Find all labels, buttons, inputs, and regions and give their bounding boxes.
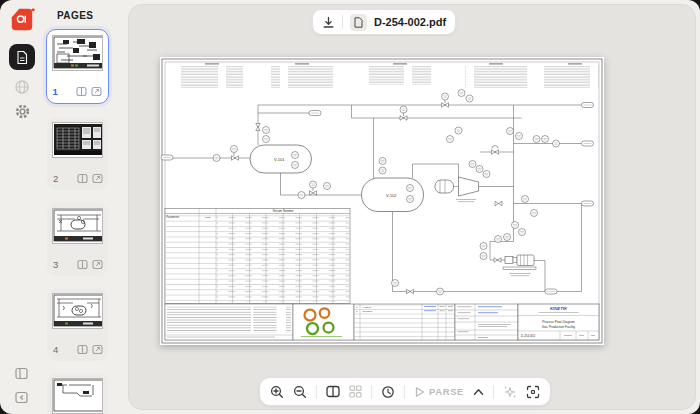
- play-icon: [414, 386, 425, 398]
- app-window: PAGES 1: [0, 0, 700, 414]
- grid-view-icon: [349, 385, 362, 398]
- file-pill: D-254-002.pdf: [312, 9, 456, 35]
- sparkle-icon: [503, 385, 517, 399]
- globe-icon: [14, 79, 30, 95]
- page-layout-icon: [326, 385, 340, 398]
- brand-logo[interactable]: [9, 7, 35, 33]
- stream-table: Stream Number Parameter Units: [165, 209, 350, 304]
- title-block-line1: Process Flow Diagram: [542, 320, 575, 324]
- brand-logo-icon: [9, 7, 35, 33]
- file-name: D-254-002.pdf: [374, 16, 446, 28]
- auto-detect-button[interactable]: [503, 385, 517, 399]
- panel-toggle-button[interactable]: [15, 366, 29, 380]
- vessel-2-label: V-102: [386, 193, 397, 198]
- page-card-1[interactable]: 1: [46, 29, 109, 104]
- history-icon: [381, 385, 395, 399]
- title-block: KINETIK Process Flow Diagram Gas Product…: [518, 304, 599, 340]
- single-page-view-button[interactable]: [326, 385, 340, 398]
- pfd-drawing: V-101 V-102: [160, 57, 604, 345]
- page-card-3[interactable]: 3: [47, 203, 108, 276]
- revision-table: 0 As Built 1 Revision: [354, 304, 455, 340]
- zoom-out-icon: [293, 385, 307, 399]
- page-split-view-button[interactable]: [76, 173, 88, 185]
- page-split-view-button[interactable]: [76, 259, 88, 271]
- fit-to-screen-button[interactable]: [526, 385, 540, 399]
- icon-rail: [0, 0, 44, 414]
- file-icon: [354, 17, 363, 28]
- stream-table-col-units: Units: [205, 216, 211, 219]
- toolbar-divider: [316, 385, 317, 399]
- page-thumbnail-4[interactable]: [52, 293, 103, 329]
- zoom-out-button[interactable]: [293, 385, 307, 399]
- viewer-toolbar: PARSE: [259, 377, 551, 406]
- panel-left-icon: [15, 367, 28, 380]
- settings-button[interactable]: [13, 102, 31, 120]
- page-number: 3: [53, 259, 58, 270]
- parse-button[interactable]: PARSE: [414, 386, 464, 398]
- company-logo-block: [293, 304, 354, 340]
- title-block-company: KINETIK: [550, 306, 568, 311]
- page-card-5[interactable]: 5: [47, 373, 108, 414]
- rev-1-desc: Revision: [363, 310, 373, 313]
- zoom-in-button[interactable]: [270, 385, 284, 399]
- page-expand-button[interactable]: [91, 259, 103, 271]
- gear-icon: [14, 103, 31, 120]
- title-block-line2: Gas Production Facility: [542, 325, 576, 329]
- page-expand-button[interactable]: [91, 344, 103, 356]
- parse-button-label: PARSE: [429, 386, 464, 397]
- collapse-icon: [15, 391, 28, 404]
- collapse-toolbar-button[interactable]: [473, 388, 484, 396]
- chevron-up-icon: [473, 388, 484, 396]
- toolbar-divider: [493, 385, 494, 399]
- page-number: 1: [53, 86, 58, 97]
- page-thumbnail-3[interactable]: [52, 208, 103, 244]
- rev-0-desc: As Built: [363, 306, 372, 309]
- page-number: 2: [53, 173, 58, 184]
- pill-divider: [342, 15, 343, 29]
- stream-table-col-parameter: Parameter: [166, 215, 179, 219]
- page-expand-button[interactable]: [91, 173, 103, 185]
- page-card-2[interactable]: 2: [47, 117, 108, 190]
- title-block-drawing-number: D-254-002: [521, 334, 536, 338]
- page-card-4[interactable]: 4: [47, 288, 108, 361]
- download-icon: [322, 16, 335, 29]
- equipment-header-blocks: [181, 64, 599, 89]
- collapse-sidebar-button[interactable]: [15, 390, 29, 404]
- page-thumbnail-2[interactable]: [52, 122, 103, 158]
- page-number: 4: [53, 344, 58, 355]
- toolbar-divider: [404, 385, 405, 399]
- toolbar-divider: [371, 385, 372, 399]
- pages-panel-title: PAGES: [57, 10, 93, 21]
- page-thumbnail-5[interactable]: [52, 378, 103, 414]
- approval-stamp-block: [455, 304, 518, 340]
- download-button[interactable]: [322, 16, 335, 29]
- file-type-chip: [350, 14, 367, 31]
- page-split-view-button[interactable]: [76, 85, 88, 97]
- document-nav-button[interactable]: [9, 44, 35, 70]
- pages-panel: PAGES 1: [44, 0, 128, 414]
- fit-screen-icon: [526, 385, 540, 399]
- globe-button[interactable]: [13, 78, 31, 96]
- page-split-view-button[interactable]: [76, 344, 88, 356]
- grid-view-button[interactable]: [349, 385, 362, 398]
- vessel-1-label: V-101: [274, 157, 285, 162]
- pdf-document-icon: [15, 50, 29, 65]
- notes-block: [165, 304, 293, 340]
- page-thumbnail-1[interactable]: [52, 35, 103, 71]
- page-expand-button[interactable]: [91, 85, 103, 97]
- stream-table-title: Stream Number: [272, 209, 293, 213]
- pdf-page: V-101 V-102: [160, 57, 604, 345]
- history-button[interactable]: [381, 385, 395, 399]
- zoom-in-icon: [270, 385, 284, 399]
